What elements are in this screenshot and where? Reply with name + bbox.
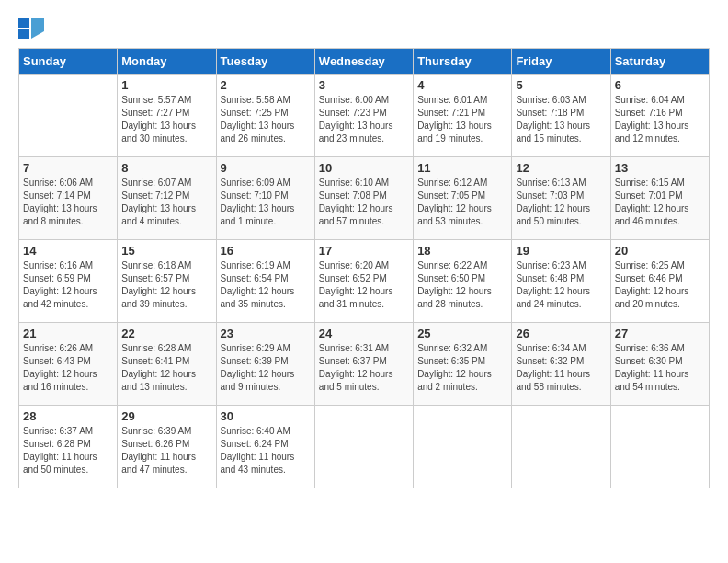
week-row-4: 21Sunrise: 6:26 AM Sunset: 6:43 PM Dayli… <box>19 323 710 406</box>
day-info: Sunrise: 6:19 AM Sunset: 6:54 PM Dayligh… <box>221 259 311 311</box>
day-number: 9 <box>221 161 311 175</box>
calendar-cell: 20Sunrise: 6:25 AM Sunset: 6:46 PM Dayli… <box>610 240 709 323</box>
day-number: 1 <box>121 78 211 92</box>
calendar-cell <box>610 406 709 488</box>
day-info: Sunrise: 6:12 AM Sunset: 7:05 PM Dayligh… <box>417 177 507 228</box>
calendar-cell: 7Sunrise: 6:06 AM Sunset: 7:14 PM Daylig… <box>19 157 118 240</box>
day-info: Sunrise: 6:15 AM Sunset: 7:01 PM Dayligh… <box>615 177 705 228</box>
calendar-cell: 28Sunrise: 6:37 AM Sunset: 6:28 PM Dayli… <box>19 406 118 488</box>
svg-rect-0 <box>18 18 29 28</box>
calendar-cell: 11Sunrise: 6:12 AM Sunset: 7:05 PM Dayli… <box>414 157 512 240</box>
day-info: Sunrise: 6:26 AM Sunset: 6:43 PM Dayligh… <box>23 342 113 394</box>
day-number: 8 <box>121 161 211 175</box>
day-number: 30 <box>221 409 311 423</box>
day-number: 12 <box>516 161 606 175</box>
day-info: Sunrise: 6:39 AM Sunset: 6:26 PM Dayligh… <box>121 425 211 477</box>
day-number: 21 <box>23 327 113 340</box>
day-number: 24 <box>319 327 409 340</box>
day-number: 11 <box>417 161 507 175</box>
calendar-cell: 14Sunrise: 6:16 AM Sunset: 6:59 PM Dayli… <box>19 240 118 323</box>
header <box>18 18 710 39</box>
calendar-cell <box>314 406 413 488</box>
calendar-cell: 18Sunrise: 6:22 AM Sunset: 6:50 PM Dayli… <box>414 240 512 323</box>
weekday-header-friday: Friday <box>512 49 610 75</box>
day-info: Sunrise: 5:58 AM Sunset: 7:25 PM Dayligh… <box>221 94 311 145</box>
calendar-cell: 9Sunrise: 6:09 AM Sunset: 7:10 PM Daylig… <box>216 157 314 240</box>
calendar-cell: 16Sunrise: 6:19 AM Sunset: 6:54 PM Dayli… <box>216 240 314 323</box>
day-info: Sunrise: 6:36 AM Sunset: 6:30 PM Dayligh… <box>615 342 705 394</box>
day-info: Sunrise: 6:28 AM Sunset: 6:41 PM Dayligh… <box>121 342 211 394</box>
day-number: 29 <box>121 409 211 423</box>
calendar-cell: 25Sunrise: 6:32 AM Sunset: 6:35 PM Dayli… <box>414 323 512 406</box>
calendar-cell: 21Sunrise: 6:26 AM Sunset: 6:43 PM Dayli… <box>19 323 118 406</box>
day-info: Sunrise: 6:37 AM Sunset: 6:28 PM Dayligh… <box>23 425 113 477</box>
day-number: 23 <box>221 327 311 340</box>
day-number: 2 <box>221 78 311 92</box>
weekday-header-saturday: Saturday <box>610 49 709 75</box>
day-number: 10 <box>319 161 409 175</box>
weekday-header-sunday: Sunday <box>19 49 118 75</box>
week-row-5: 28Sunrise: 6:37 AM Sunset: 6:28 PM Dayli… <box>19 406 710 488</box>
day-info: Sunrise: 6:18 AM Sunset: 6:57 PM Dayligh… <box>121 259 211 311</box>
day-number: 20 <box>615 244 705 258</box>
calendar-cell: 27Sunrise: 6:36 AM Sunset: 6:30 PM Dayli… <box>610 323 709 406</box>
day-number: 28 <box>23 409 113 423</box>
day-number: 18 <box>417 244 507 258</box>
svg-marker-2 <box>31 18 44 39</box>
day-info: Sunrise: 6:09 AM Sunset: 7:10 PM Dayligh… <box>221 177 311 228</box>
day-info: Sunrise: 6:00 AM Sunset: 7:23 PM Dayligh… <box>319 94 409 145</box>
calendar-cell: 29Sunrise: 6:39 AM Sunset: 6:26 PM Dayli… <box>118 406 216 488</box>
day-number: 27 <box>615 327 705 340</box>
weekday-header-wednesday: Wednesday <box>314 49 413 75</box>
day-info: Sunrise: 6:10 AM Sunset: 7:08 PM Dayligh… <box>319 177 409 228</box>
day-number: 19 <box>516 244 606 258</box>
calendar-cell: 8Sunrise: 6:07 AM Sunset: 7:12 PM Daylig… <box>118 157 216 240</box>
day-info: Sunrise: 6:07 AM Sunset: 7:12 PM Dayligh… <box>121 177 211 228</box>
day-number: 5 <box>516 78 606 92</box>
calendar-cell: 13Sunrise: 6:15 AM Sunset: 7:01 PM Dayli… <box>610 157 709 240</box>
calendar-cell <box>19 75 118 157</box>
calendar-cell <box>414 406 512 488</box>
week-row-2: 7Sunrise: 6:06 AM Sunset: 7:14 PM Daylig… <box>19 157 710 240</box>
day-info: Sunrise: 6:23 AM Sunset: 6:48 PM Dayligh… <box>516 259 606 311</box>
calendar-cell: 10Sunrise: 6:10 AM Sunset: 7:08 PM Dayli… <box>314 157 413 240</box>
calendar-cell: 19Sunrise: 6:23 AM Sunset: 6:48 PM Dayli… <box>512 240 610 323</box>
day-info: Sunrise: 6:04 AM Sunset: 7:16 PM Dayligh… <box>615 94 705 145</box>
calendar-cell: 24Sunrise: 6:31 AM Sunset: 6:37 PM Dayli… <box>314 323 413 406</box>
day-number: 4 <box>417 78 507 92</box>
day-number: 22 <box>121 327 211 340</box>
day-info: Sunrise: 6:06 AM Sunset: 7:14 PM Dayligh… <box>23 177 113 228</box>
day-info: Sunrise: 6:01 AM Sunset: 7:21 PM Dayligh… <box>417 94 507 145</box>
svg-rect-3 <box>18 29 29 39</box>
day-info: Sunrise: 6:16 AM Sunset: 6:59 PM Dayligh… <box>23 259 113 311</box>
calendar-cell: 17Sunrise: 6:20 AM Sunset: 6:52 PM Dayli… <box>314 240 413 323</box>
calendar-cell: 12Sunrise: 6:13 AM Sunset: 7:03 PM Dayli… <box>512 157 610 240</box>
calendar-cell: 3Sunrise: 6:00 AM Sunset: 7:23 PM Daylig… <box>314 75 413 157</box>
day-info: Sunrise: 6:29 AM Sunset: 6:39 PM Dayligh… <box>221 342 311 394</box>
day-number: 25 <box>417 327 507 340</box>
weekday-header-row: SundayMondayTuesdayWednesdayThursdayFrid… <box>19 49 710 75</box>
day-number: 17 <box>319 244 409 258</box>
calendar-cell: 5Sunrise: 6:03 AM Sunset: 7:18 PM Daylig… <box>512 75 610 157</box>
day-info: Sunrise: 6:13 AM Sunset: 7:03 PM Dayligh… <box>516 177 606 228</box>
calendar-table: SundayMondayTuesdayWednesdayThursdayFrid… <box>18 48 710 488</box>
calendar-cell: 23Sunrise: 6:29 AM Sunset: 6:39 PM Dayli… <box>216 323 314 406</box>
calendar-cell: 2Sunrise: 5:58 AM Sunset: 7:25 PM Daylig… <box>216 75 314 157</box>
day-info: Sunrise: 6:34 AM Sunset: 6:32 PM Dayligh… <box>516 342 606 394</box>
day-info: Sunrise: 6:20 AM Sunset: 6:52 PM Dayligh… <box>319 259 409 311</box>
weekday-header-monday: Monday <box>118 49 216 75</box>
day-info: Sunrise: 6:31 AM Sunset: 6:37 PM Dayligh… <box>319 342 409 394</box>
day-number: 13 <box>615 161 705 175</box>
weekday-header-thursday: Thursday <box>414 49 512 75</box>
day-info: Sunrise: 6:03 AM Sunset: 7:18 PM Dayligh… <box>516 94 606 145</box>
calendar-cell: 15Sunrise: 6:18 AM Sunset: 6:57 PM Dayli… <box>118 240 216 323</box>
day-number: 14 <box>23 244 113 258</box>
day-info: Sunrise: 6:22 AM Sunset: 6:50 PM Dayligh… <box>417 259 507 311</box>
day-info: Sunrise: 5:57 AM Sunset: 7:27 PM Dayligh… <box>121 94 211 145</box>
weekday-header-tuesday: Tuesday <box>216 49 314 75</box>
day-number: 7 <box>23 161 113 175</box>
week-row-1: 1Sunrise: 5:57 AM Sunset: 7:27 PM Daylig… <box>19 75 710 157</box>
day-number: 6 <box>615 78 705 92</box>
day-info: Sunrise: 6:32 AM Sunset: 6:35 PM Dayligh… <box>417 342 507 394</box>
calendar-cell: 1Sunrise: 5:57 AM Sunset: 7:27 PM Daylig… <box>118 75 216 157</box>
